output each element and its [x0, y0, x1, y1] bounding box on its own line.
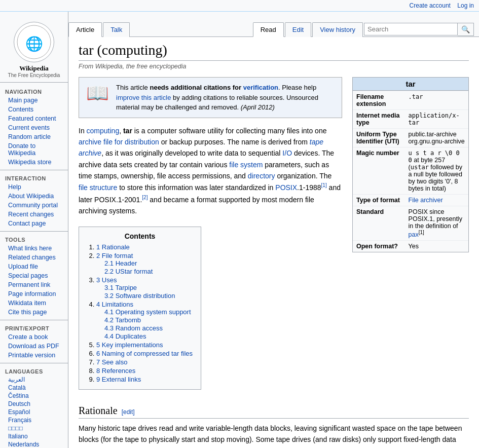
citation-box: 📖 This article needs additional citation…	[79, 77, 342, 118]
sidebar-item-lang-deutsch[interactable]: Deutsch	[0, 400, 68, 408]
sidebar-item-lang-cjk[interactable]: □□□□	[0, 424, 68, 432]
link-posix[interactable]: POSIX	[275, 183, 297, 192]
toc-link-4-2[interactable]: 4.2 Tarbomb	[104, 316, 141, 324]
toc-item-8: 8 References	[96, 367, 193, 375]
toc-link-2-2[interactable]: 2.2 UStar format	[104, 268, 153, 275]
toc-item-2-1: 2.1 Header	[104, 259, 193, 267]
link-io[interactable]: I/O	[282, 149, 292, 157]
sidebar-item-community-portal[interactable]: Community portal	[0, 201, 68, 210]
tab-read[interactable]: Read	[253, 22, 284, 37]
sidebar-item-contact[interactable]: Contact page	[0, 219, 68, 228]
link-filesystem[interactable]: file system	[229, 161, 263, 169]
sidebar-item-current-events[interactable]: Current events	[0, 123, 68, 132]
sidebar-item-permanent-link[interactable]: Permanent link	[0, 280, 68, 289]
toc-link-6[interactable]: 6 Naming of compressed tar files	[96, 350, 193, 357]
sidebar-item-wikipedia-store[interactable]: Wikipedia store	[0, 158, 68, 167]
infobox-link-pax[interactable]: pax	[409, 231, 419, 238]
tabs-spacer	[131, 22, 252, 36]
toc-link-3-1[interactable]: 3.1 Tarpipe	[104, 284, 137, 291]
sidebar-item-about[interactable]: About Wikipedia	[0, 192, 68, 201]
infobox-row-standard: Standard POSIX since POSIX.1, presently …	[353, 206, 468, 241]
sidebar-item-special-pages[interactable]: Special pages	[0, 271, 68, 280]
toc-link-1[interactable]: 1 Rationale	[96, 243, 130, 251]
nav-section-tools: Tools What links here Related changes Up…	[0, 235, 68, 317]
infobox-row-media-type: Internet media type application/x-tar	[353, 110, 468, 129]
sidebar-item-lang-nederlands[interactable]: Nederlands	[0, 440, 68, 448]
sidebar-item-upload-file[interactable]: Upload file	[0, 262, 68, 271]
sidebar-item-main-page[interactable]: Main page	[0, 96, 68, 105]
tab-view-history[interactable]: View history	[312, 22, 363, 37]
toc-link-5[interactable]: 5 Key implementations	[96, 341, 163, 349]
sidebar-item-what-links-here[interactable]: What links here	[0, 244, 68, 253]
toc-list: 1 Rationale 2 File format 2.1 Header 2.2…	[96, 243, 193, 383]
infobox-label-filename-ext: Filename extension	[353, 91, 405, 110]
citation-verification-link[interactable]: verification	[243, 84, 278, 91]
sidebar-item-contents[interactable]: Contents	[0, 105, 68, 114]
sidebar-item-lang-italiano[interactable]: Italiano	[0, 432, 68, 440]
infobox-value-standard: POSIX since POSIX.1, presently in the de…	[405, 206, 468, 241]
toc-title: Contents	[87, 232, 193, 240]
from-line: From Wikipedia, the free encyclopedia	[79, 63, 469, 70]
infobox-value-open-format: Yes	[405, 241, 468, 252]
toc-item-4-4: 4.4 Duplicates	[104, 332, 193, 340]
infobox-label-magic: Magic number	[353, 147, 405, 195]
toc-link-8[interactable]: 8 References	[96, 367, 135, 375]
nav-title-languages: Languages	[0, 366, 68, 376]
toc-link-9[interactable]: 9 External links	[96, 376, 141, 383]
sidebar-item-help[interactable]: Help	[0, 182, 68, 192]
search-input[interactable]	[364, 23, 458, 35]
citation-improve-link[interactable]: improve this article	[116, 94, 171, 101]
log-in-link[interactable]: Log in	[457, 2, 474, 9]
logo-area: 🌐 Wikipedia The Free Encyclopedia	[0, 17, 68, 83]
toc-item-2: 2 File format 2.1 Header 2.2 UStar forma…	[96, 252, 193, 275]
toc-link-4-1[interactable]: 4.1 Operating system support	[104, 308, 191, 316]
sidebar-item-wikidata-item[interactable]: Wikidata item	[0, 298, 68, 308]
link-file-structure[interactable]: file structure	[79, 183, 117, 192]
infobox-value-uti: public.tar-archive org.gnu.gnu-archive	[405, 129, 468, 147]
toc-link-3[interactable]: 3 Uses	[96, 276, 117, 284]
infobox-label-standard: Standard	[353, 206, 405, 241]
tab-article[interactable]: Article	[68, 22, 102, 37]
toc-link-2[interactable]: 2 File format	[96, 252, 133, 259]
page-title: tar (computing)	[79, 42, 469, 61]
infobox-row-type: Type of format File archiver	[353, 195, 468, 206]
sidebar-item-create-book[interactable]: Create a book	[0, 332, 68, 342]
toc-link-2-1[interactable]: 2.1 Header	[104, 259, 137, 267]
citation-text: This article needs additional citations …	[116, 83, 335, 113]
infobox-row-magic: Magic number u s t a r \0 0 0 at byte 25…	[353, 147, 468, 195]
sidebar-item-cite-page[interactable]: Cite this page	[0, 308, 68, 317]
tab-edit[interactable]: Edit	[285, 22, 311, 37]
toc-link-3-2[interactable]: 3.2 Software distribution	[104, 292, 175, 300]
create-account-link[interactable]: Create account	[410, 2, 451, 9]
sidebar-item-lang-espanol[interactable]: Español	[0, 408, 68, 416]
logo-title: Wikipedia	[3, 64, 65, 72]
ref-1[interactable]: [1]	[321, 182, 327, 188]
sidebar-item-related-changes[interactable]: Related changes	[0, 253, 68, 262]
sidebar-item-lang-cestina[interactable]: Čeština	[0, 392, 68, 400]
sidebar-item-lang-francais[interactable]: Français	[0, 416, 68, 424]
nav-title-tools: Tools	[0, 235, 68, 244]
sidebar-item-lang-catala[interactable]: Català	[0, 384, 68, 392]
link-computing[interactable]: computing	[87, 127, 120, 135]
link-directory[interactable]: directory	[248, 172, 275, 180]
toc-link-7[interactable]: 7 See also	[96, 358, 127, 366]
toc-link-4-4[interactable]: 4.4 Duplicates	[104, 332, 146, 340]
sidebar-item-download-pdf[interactable]: Download as PDF	[0, 342, 68, 351]
sidebar-item-page-information[interactable]: Page information	[0, 289, 68, 298]
link-archive-file[interactable]: archive file for distribution	[79, 138, 159, 146]
rationale-edit-link[interactable]: [edit]	[122, 408, 135, 416]
infobox-label-open-format: Open format?	[353, 241, 405, 252]
search-button[interactable]: 🔍	[458, 23, 474, 36]
sidebar-item-printable-version[interactable]: Printable version	[0, 351, 68, 360]
ref-2[interactable]: [2]	[142, 195, 148, 200]
sidebar-item-recent-changes[interactable]: Recent changes	[0, 210, 68, 219]
sidebar-item-donate[interactable]: Donate to Wikipedia	[0, 141, 68, 158]
sidebar-item-featured-content[interactable]: Featured content	[0, 114, 68, 123]
toc-link-4[interactable]: 4 Limitations	[96, 301, 133, 308]
tab-talk[interactable]: Talk	[103, 22, 130, 37]
sidebar-item-lang-arabic[interactable]: العربية	[0, 376, 68, 384]
sidebar-item-random-article[interactable]: Random article	[0, 132, 68, 141]
toc-link-4-3[interactable]: 4.3 Random access	[104, 324, 163, 332]
infobox-link-file-archiver[interactable]: File archiver	[409, 197, 443, 204]
infobox-value-type: File archiver	[405, 195, 468, 206]
